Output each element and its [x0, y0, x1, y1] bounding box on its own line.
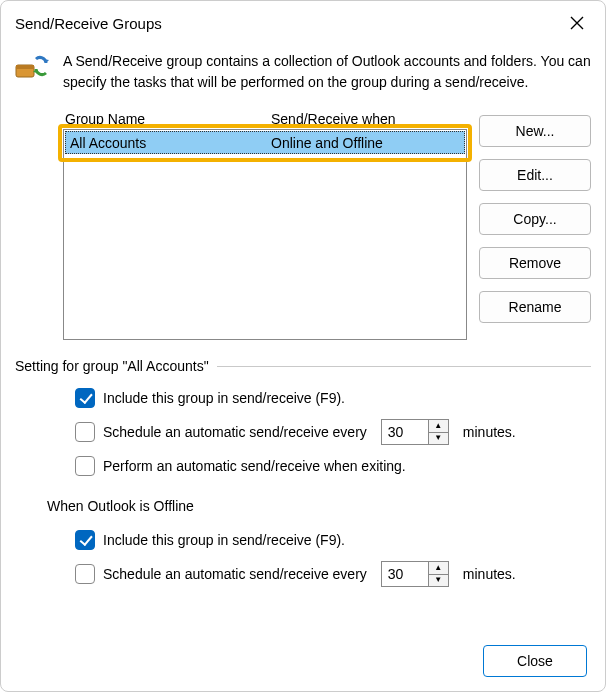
section-heading: Setting for group "All Accounts" [15, 358, 209, 374]
intro-text: A Send/Receive group contains a collecti… [63, 51, 591, 93]
schedule-online-label: Schedule an automatic send/receive every [103, 424, 367, 440]
include-online-checkbox[interactable] [75, 388, 95, 408]
close-icon[interactable] [561, 9, 593, 37]
include-online-label: Include this group in send/receive (F9). [103, 390, 345, 406]
column-group-name: Group Name [63, 111, 271, 127]
copy-button[interactable]: Copy... [479, 203, 591, 235]
offline-heading: When Outlook is Offline [47, 498, 591, 514]
dialog-title: Send/Receive Groups [15, 15, 162, 32]
groups-listbox[interactable]: All Accounts Online and Offline [63, 129, 467, 340]
exit-checkbox[interactable] [75, 456, 95, 476]
new-button[interactable]: New... [479, 115, 591, 147]
spinner-down-icon[interactable]: ▼ [429, 575, 448, 587]
offline-minutes-suffix: minutes. [463, 566, 516, 582]
spinner-down-icon[interactable]: ▼ [429, 433, 448, 445]
online-minutes-input[interactable] [382, 420, 428, 444]
schedule-offline-label: Schedule an automatic send/receive every [103, 566, 367, 582]
online-minutes-stepper[interactable]: ▲ ▼ [381, 419, 449, 445]
divider [217, 366, 591, 367]
row-name: All Accounts [66, 135, 271, 151]
spinner-up-icon[interactable]: ▲ [429, 562, 448, 575]
row-when: Online and Offline [271, 135, 464, 151]
column-send-receive-when: Send/Receive when [271, 111, 467, 127]
remove-button[interactable]: Remove [479, 247, 591, 279]
include-offline-checkbox[interactable] [75, 530, 95, 550]
spinner-up-icon[interactable]: ▲ [429, 420, 448, 433]
rename-button[interactable]: Rename [479, 291, 591, 323]
send-receive-icon [15, 51, 51, 86]
online-minutes-suffix: minutes. [463, 424, 516, 440]
svg-rect-1 [16, 65, 34, 69]
schedule-online-checkbox[interactable] [75, 422, 95, 442]
offline-minutes-stepper[interactable]: ▲ ▼ [381, 561, 449, 587]
list-item[interactable]: All Accounts Online and Offline [65, 131, 465, 154]
include-offline-label: Include this group in send/receive (F9). [103, 532, 345, 548]
schedule-offline-checkbox[interactable] [75, 564, 95, 584]
edit-button[interactable]: Edit... [479, 159, 591, 191]
close-button[interactable]: Close [483, 645, 587, 677]
exit-label: Perform an automatic send/receive when e… [103, 458, 406, 474]
offline-minutes-input[interactable] [382, 562, 428, 586]
